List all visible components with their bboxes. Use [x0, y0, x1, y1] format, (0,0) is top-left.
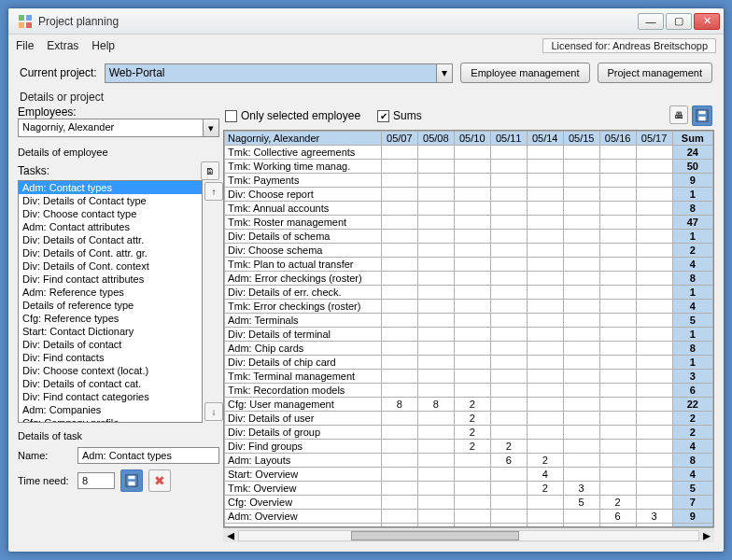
task-item[interactable]: Div: Details of Cont. attr. gr. — [19, 246, 202, 259]
grid-cell[interactable] — [454, 146, 490, 160]
grid-cell[interactable] — [381, 216, 417, 230]
task-item[interactable]: Div: Details of Cont. context — [19, 259, 202, 273]
task-item[interactable]: Div: Choose contact type — [19, 207, 202, 220]
grid-cell[interactable] — [490, 202, 527, 216]
grid-cell[interactable] — [599, 188, 636, 202]
grid-cell[interactable]: 2 — [454, 398, 490, 412]
grid-cell[interactable] — [527, 356, 563, 370]
sums-checkbox[interactable]: ✔ — [377, 110, 389, 122]
task-item[interactable]: Div: Find contact categories — [19, 390, 202, 403]
grid-cell[interactable] — [417, 454, 454, 468]
grid-cell[interactable] — [636, 258, 672, 272]
grid-cell[interactable] — [563, 412, 599, 426]
grid-cell[interactable] — [636, 342, 672, 356]
grid-cell[interactable] — [527, 384, 563, 398]
grid-cell[interactable] — [636, 314, 672, 328]
grid-cell[interactable]: 2 — [454, 426, 490, 440]
grid-cell[interactable] — [381, 286, 417, 300]
grid-cell[interactable] — [381, 272, 417, 286]
grid-cell[interactable] — [381, 300, 417, 314]
grid-cell[interactable] — [527, 370, 563, 384]
only-selected-checkbox[interactable] — [225, 110, 237, 122]
grid-cell[interactable]: 3 — [636, 510, 672, 524]
task-list[interactable]: Adm: Contact typesDiv: Details of Contac… — [18, 180, 203, 423]
grid-cell[interactable] — [454, 244, 490, 258]
grid-cell[interactable] — [417, 440, 454, 454]
grid-cell[interactable] — [490, 398, 527, 412]
grid-cell[interactable] — [563, 216, 599, 230]
grid-cell[interactable] — [417, 524, 454, 528]
grid-cell[interactable] — [563, 160, 599, 174]
grid-cell[interactable] — [454, 174, 490, 188]
grid-cell[interactable] — [527, 398, 563, 412]
grid-cell[interactable] — [563, 202, 599, 216]
grid-cell[interactable] — [636, 286, 672, 300]
grid-cell[interactable] — [599, 440, 636, 454]
grid-cell[interactable] — [563, 258, 599, 272]
project-management-button[interactable]: Project management — [598, 63, 713, 83]
grid-cell[interactable] — [599, 468, 636, 482]
grid-cell[interactable] — [454, 342, 490, 356]
grid-cell[interactable] — [599, 216, 636, 230]
grid-cell[interactable] — [527, 146, 563, 160]
grid-cell[interactable] — [527, 300, 563, 314]
grid-cell[interactable] — [454, 160, 490, 174]
grid-cell[interactable] — [381, 160, 417, 174]
grid-cell[interactable]: 2 — [490, 440, 527, 454]
grid-cell[interactable] — [527, 244, 563, 258]
grid-cell[interactable] — [599, 272, 636, 286]
grid-cell[interactable] — [599, 174, 636, 188]
grid-cell[interactable] — [599, 328, 636, 342]
grid-cell[interactable] — [381, 342, 417, 356]
grid-cell[interactable]: 4 — [527, 468, 563, 482]
grid-cell[interactable] — [381, 146, 417, 160]
grid-cell[interactable] — [636, 468, 672, 482]
print-button[interactable]: 🖶 — [669, 105, 688, 124]
grid-cell[interactable]: 4 — [636, 524, 672, 528]
grid-cell[interactable] — [599, 230, 636, 244]
grid-cell[interactable] — [490, 160, 527, 174]
grid-cell[interactable] — [381, 202, 417, 216]
grid-cell[interactable] — [636, 188, 672, 202]
grid-cell[interactable] — [636, 300, 672, 314]
grid-cell[interactable] — [563, 398, 599, 412]
grid-cell[interactable] — [636, 496, 672, 510]
grid-cell[interactable]: 3 — [563, 482, 599, 496]
grid-cell[interactable] — [381, 370, 417, 384]
task-item[interactable]: Div: Details of Contact attr. — [19, 233, 202, 246]
task-item[interactable]: Div: Details of contact — [19, 338, 202, 351]
grid-cell[interactable] — [527, 160, 563, 174]
grid-cell[interactable] — [454, 496, 490, 510]
grid-cell[interactable] — [490, 146, 527, 160]
task-item[interactable]: Div: Details of contact cat. — [19, 377, 202, 390]
grid-cell[interactable] — [381, 356, 417, 370]
grid-cell[interactable]: 2 — [527, 482, 563, 496]
grid-cell[interactable] — [490, 510, 527, 524]
grid-cell[interactable] — [381, 412, 417, 426]
grid-cell[interactable] — [636, 244, 672, 258]
menu-help[interactable]: Help — [92, 39, 115, 52]
grid-cell[interactable] — [381, 510, 417, 524]
grid-cell[interactable] — [454, 524, 490, 528]
grid-cell[interactable] — [527, 314, 563, 328]
grid-cell[interactable] — [636, 230, 672, 244]
grid-cell[interactable] — [454, 272, 490, 286]
grid-cell[interactable] — [563, 188, 599, 202]
grid-cell[interactable] — [417, 286, 454, 300]
task-item[interactable]: Adm: Reference types — [19, 286, 202, 299]
grid-cell[interactable] — [563, 300, 599, 314]
grid-cell[interactable] — [490, 482, 527, 496]
grid-cell[interactable] — [417, 146, 454, 160]
grid-cell[interactable] — [490, 174, 527, 188]
grid-cell[interactable] — [417, 300, 454, 314]
grid-cell[interactable] — [527, 188, 563, 202]
grid-scroll[interactable]: Nagorniy, Alexander05/0705/0805/1005/110… — [223, 130, 714, 527]
grid-cell[interactable] — [417, 468, 454, 482]
grid-cell[interactable] — [490, 258, 527, 272]
grid-cell[interactable] — [381, 496, 417, 510]
grid-cell[interactable] — [636, 202, 672, 216]
grid-cell[interactable] — [454, 258, 490, 272]
grid-cell[interactable] — [563, 314, 599, 328]
grid-cell[interactable] — [454, 454, 490, 468]
grid-cell[interactable] — [599, 412, 636, 426]
